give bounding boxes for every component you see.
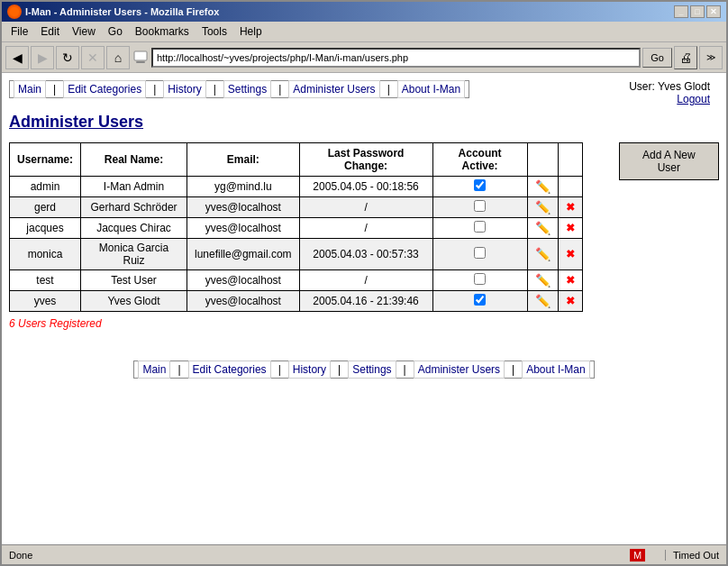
active-checkbox[interactable] — [474, 221, 486, 233]
active-checkbox[interactable] — [474, 200, 486, 212]
bottom-nav-about[interactable]: About I-Man — [522, 361, 589, 379]
user-label: User: Yves Glodt — [629, 80, 710, 93]
print-button[interactable]: 🖨 — [674, 46, 697, 69]
edit-icon[interactable]: ✏️ — [535, 273, 551, 288]
cell-username: jacques — [10, 218, 81, 239]
cell-realname: Jacques Chirac — [81, 218, 187, 239]
delete-icon[interactable]: ✖ — [566, 295, 575, 307]
back-button[interactable]: ◀ — [5, 46, 29, 69]
cell-username: admin — [10, 177, 81, 197]
cell-realname: Yves Glodt — [81, 291, 187, 312]
nav-sep-4: | — [275, 81, 285, 98]
delete-icon[interactable]: ✖ — [566, 201, 575, 214]
cell-edit[interactable]: ✏️ — [527, 239, 558, 270]
col-edit — [527, 143, 558, 177]
nav-main[interactable]: Main — [14, 80, 46, 98]
menu-help[interactable]: Help — [234, 23, 268, 40]
header-row: Main | Edit Categories | History | Setti… — [9, 80, 719, 105]
minimize-button[interactable]: _ — [674, 5, 688, 18]
cell-active[interactable] — [432, 270, 527, 291]
cell-delete[interactable]: ✖ — [558, 239, 582, 270]
bottom-nav-main[interactable]: Main — [138, 361, 170, 379]
bottom-nav-settings[interactable]: Settings — [348, 361, 396, 379]
bottom-nav-edit-categories[interactable]: Edit Categories — [188, 361, 271, 379]
col-email: Email: — [187, 143, 300, 177]
nav-edit-categories[interactable]: Edit Categories — [63, 80, 146, 98]
add-user-section: Add A New User — [619, 142, 719, 180]
table-section: Username: Real Name: Email: Last Passwor… — [9, 142, 583, 335]
cell-realname: Monica Garcia Ruiz — [81, 239, 187, 270]
cell-edit[interactable]: ✏️ — [527, 177, 558, 197]
users-table: Username: Real Name: Email: Last Passwor… — [9, 142, 583, 312]
logout-link[interactable]: Logout — [677, 93, 710, 105]
delete-icon[interactable]: ✖ — [566, 248, 575, 260]
cell-active[interactable] — [432, 177, 527, 197]
edit-icon[interactable]: ✏️ — [535, 179, 551, 194]
delete-icon[interactable]: ✖ — [566, 274, 575, 287]
delete-icon[interactable]: ✖ — [566, 222, 575, 234]
cell-edit[interactable]: ✏️ — [527, 270, 558, 291]
reload-button[interactable]: ↻ — [56, 46, 79, 69]
menu-view[interactable]: View — [67, 23, 101, 40]
edit-icon[interactable]: ✏️ — [535, 294, 551, 308]
menu-bar: File Edit View Go Bookmarks Tools Help — [2, 22, 726, 42]
user-info: User: Yves Glodt Logout — [629, 80, 719, 105]
active-checkbox[interactable] — [474, 273, 486, 285]
firefox-icon — [7, 5, 22, 19]
active-checkbox[interactable] — [474, 247, 486, 259]
cell-delete[interactable]: ✖ — [558, 270, 582, 291]
go-button[interactable]: Go — [642, 48, 672, 68]
edit-icon[interactable]: ✏️ — [535, 247, 551, 261]
close-button[interactable]: ✕ — [706, 5, 721, 18]
cell-username: gerd — [10, 197, 81, 218]
cell-lastchange: 2005.04.16 - 21:39:46 — [299, 291, 432, 312]
home-button[interactable]: ⌂ — [106, 46, 130, 69]
cell-active[interactable] — [432, 291, 527, 312]
cell-realname: Gerhard Schröder — [81, 197, 187, 218]
menu-go[interactable]: Go — [103, 23, 128, 40]
table-row: jacquesJacques Chiracyves@localhost/✏️✖ — [10, 218, 583, 239]
edit-icon[interactable]: ✏️ — [535, 221, 551, 235]
cell-delete[interactable]: ✖ — [558, 197, 582, 218]
active-checkbox[interactable] — [474, 179, 486, 191]
bottom-nav-history[interactable]: History — [288, 361, 331, 379]
add-user-button[interactable]: Add A New User — [619, 142, 719, 180]
nav-history[interactable]: History — [163, 80, 205, 98]
table-row: gerdGerhard Schröderyves@localhost/✏️✖ — [10, 197, 583, 218]
cell-delete[interactable]: ✖ — [558, 218, 582, 239]
table-row: testTest Useryves@localhost/✏️✖ — [10, 270, 583, 291]
address-bar — [132, 48, 641, 68]
col-lastchange: Last Password Change: — [299, 143, 432, 177]
window-controls[interactable]: _ □ ✕ — [674, 5, 721, 18]
active-checkbox[interactable] — [474, 294, 486, 306]
nav-about[interactable]: About I-Man — [397, 80, 465, 98]
bottom-nav-administer-users[interactable]: Administer Users — [414, 361, 505, 379]
menu-edit[interactable]: Edit — [35, 23, 65, 40]
cell-delete[interactable]: ✖ — [558, 291, 582, 312]
page-content: Main | Edit Categories | History | Setti… — [2, 73, 726, 544]
menu-file[interactable]: File — [5, 23, 33, 40]
address-input[interactable] — [151, 48, 641, 68]
table-row: monicaMonica Garcia Ruizlunefille@gmail.… — [10, 239, 583, 270]
cell-active[interactable] — [432, 239, 527, 270]
edit-icon[interactable]: ✏️ — [535, 200, 551, 215]
cell-edit[interactable]: ✏️ — [527, 291, 558, 312]
stop-button[interactable]: ✕ — [81, 46, 105, 69]
cell-active[interactable] — [432, 197, 527, 218]
menu-tools[interactable]: Tools — [196, 23, 232, 40]
menu-bookmarks[interactable]: Bookmarks — [130, 23, 195, 40]
col-delete — [558, 143, 582, 177]
cell-username: monica — [10, 239, 81, 270]
cell-edit[interactable]: ✏️ — [527, 197, 558, 218]
nav-administer-users[interactable]: Administer Users — [288, 80, 379, 98]
cell-lastchange: / — [299, 270, 432, 291]
nav-settings[interactable]: Settings — [223, 80, 271, 98]
forward-button[interactable]: ▶ — [31, 46, 54, 69]
cell-active[interactable] — [432, 218, 527, 239]
extra-button[interactable]: ≫ — [699, 46, 723, 69]
cell-edit[interactable]: ✏️ — [527, 218, 558, 239]
go-label: Go — [651, 52, 664, 63]
window-title: I-Man - Administer Users - Mozilla Firef… — [25, 6, 219, 17]
cell-username: yves — [10, 291, 81, 312]
maximize-button[interactable]: □ — [690, 5, 705, 18]
